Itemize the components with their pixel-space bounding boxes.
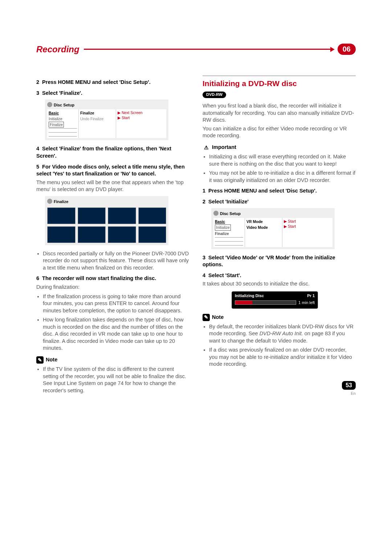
- right-column: Initializing a DVD-RW disc DVD-RW When y…: [203, 75, 356, 396]
- thumb: [47, 207, 75, 224]
- thumb: [108, 207, 136, 224]
- step-4: 4Select 'Finalize' from the finalize opt…: [36, 145, 189, 159]
- step-2r: 2Select 'Initialize': [203, 198, 356, 206]
- note-callout: ✎ Note: [36, 356, 189, 364]
- menu-header: Disc Setup: [213, 210, 332, 218]
- menu-item-finalize: Finalize: [215, 231, 243, 236]
- step-6: 6The recorder will now start finalizing …: [36, 275, 189, 282]
- list-item: How long finalization takes depends on t…: [43, 316, 189, 352]
- menu-option-video: Video Mode: [246, 224, 281, 230]
- note-callout: ✎ Note: [203, 314, 356, 321]
- initialize-progress: Initializing Disc Pr 1 1 min left: [232, 291, 318, 309]
- thumb: [108, 226, 136, 243]
- menu-option-finalize: Finalize: [80, 110, 114, 116]
- step-6-sub: During finalization:: [36, 284, 189, 291]
- warning-icon: ⚠: [203, 144, 210, 151]
- progress-time: 1 min left: [298, 300, 315, 305]
- note-icon: ✎: [203, 314, 210, 321]
- finalize-thumbnails: Finalize: [45, 196, 168, 245]
- step-4r-body: It takes about 30 seconds to initialize …: [203, 280, 356, 288]
- menu-item-initialize: Initialize: [215, 224, 231, 230]
- list-item: You may not be able to re-initialize a d…: [209, 170, 356, 184]
- page-lang: En: [351, 391, 356, 396]
- thumb: [138, 226, 167, 243]
- important-callout: ⚠ Important: [203, 144, 356, 151]
- left-column: 2Press HOME MENU and select 'Disc Setup'…: [36, 75, 189, 396]
- step-5: 5For Video mode discs only, select a tit…: [36, 163, 189, 178]
- menu-action-start: ▶ Start: [284, 224, 331, 229]
- step-4r: 4Select 'Start'.: [203, 272, 356, 279]
- menu-action-next: ▶ Next Screen: [118, 110, 165, 115]
- thumb: [47, 226, 75, 243]
- format-badge: DVD-RW: [203, 92, 226, 98]
- intro-1: When you first load a blank disc, the re…: [203, 102, 356, 124]
- important-head: Important: [212, 144, 236, 151]
- thumb: [78, 207, 106, 224]
- list-item: Discs recorded partially or fully on the…: [43, 250, 189, 272]
- progress-pr: Pr 1: [307, 293, 315, 299]
- step-3r: 3Select 'Video Mode' or 'VR Mode' from t…: [203, 254, 356, 268]
- list-item: If the TV line system of the disc is dif…: [43, 366, 189, 394]
- step-3: 3Select 'Finalize'.: [36, 90, 189, 97]
- step-2: 2Press HOME MENU and select 'Disc Setup'…: [36, 79, 189, 86]
- list-item: By default, the recorder initializes bla…: [209, 323, 356, 345]
- menu-option-vr: VR Mode: [246, 219, 281, 224]
- chapter-number: 06: [338, 44, 356, 55]
- page-footer: 53 En: [342, 381, 356, 396]
- progress-bar: [235, 300, 296, 305]
- step-5-body: The menu you select will be the one that…: [36, 179, 189, 193]
- thumb: [138, 207, 167, 224]
- list-item: Initializing a disc will erase everythin…: [209, 153, 356, 167]
- menu-item-basic: Basic: [215, 219, 243, 224]
- thumb: [78, 226, 106, 243]
- menu-item-initialize: Initialize: [49, 116, 77, 122]
- section-heading: Initializing a DVD-RW disc: [203, 75, 356, 89]
- list-item: If a disc was previously finalized on an…: [209, 347, 356, 368]
- tv-line-note: If the TV line system of the disc is dif…: [36, 366, 189, 394]
- list-item: If the finalization process is going to …: [43, 293, 189, 315]
- chapter-title: Recording: [36, 44, 79, 54]
- menu-item-finalize: Finalize: [49, 122, 64, 127]
- step-1: 1Press HOME MENU and select 'Disc Setup'…: [203, 187, 356, 195]
- important-notes: Initializing a disc will erase everythin…: [203, 153, 356, 184]
- finalize-notes: If the finalization process is going to …: [36, 293, 189, 352]
- note-head: Note: [46, 356, 57, 364]
- disc-setup-finalize-screenshot: Disc Setup Basic Initialize Finalize Fin…: [45, 100, 168, 140]
- menu-action-start: ▶ Start: [118, 115, 165, 120]
- note-icon: ✎: [36, 356, 44, 364]
- intro-2: You can initialize a disc for either Vid…: [203, 125, 356, 139]
- disc-setup-initialize-screenshot: Disc Setup Basic Initialize Finalize VR …: [211, 208, 335, 249]
- menu-item-basic: Basic: [49, 110, 77, 116]
- menu-option-undo: Undo Finalize: [80, 116, 114, 122]
- chapter-header: Recording 06: [36, 44, 356, 55]
- progress-title: Initializing Disc: [235, 293, 264, 299]
- header-rule: [84, 49, 332, 50]
- menu-header: Disc Setup: [47, 102, 166, 109]
- thumbs-header: Finalize: [47, 198, 166, 206]
- note-head: Note: [212, 314, 224, 321]
- page-number: 53: [342, 381, 356, 390]
- menu-action-start: ▶ Start: [284, 219, 331, 224]
- init-notes: By default, the recorder initializes bla…: [203, 323, 356, 368]
- dvr7000-note: Discs recorded partially or fully on the…: [36, 250, 189, 272]
